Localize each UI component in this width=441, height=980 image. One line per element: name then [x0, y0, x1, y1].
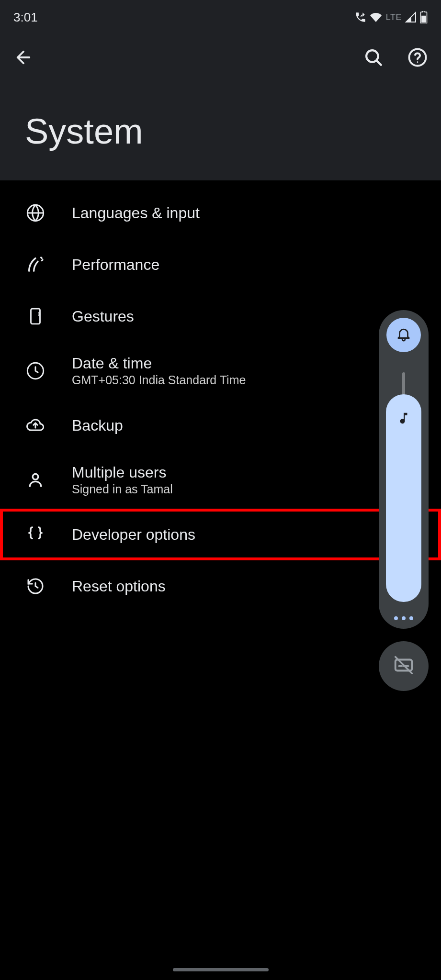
setting-developer-options[interactable]: Developer options: [0, 509, 441, 560]
status-icons-right: LTE: [354, 11, 428, 23]
cellular-signal-icon: [405, 11, 417, 23]
gestures-icon: [25, 306, 46, 327]
wifi-icon: [370, 11, 382, 23]
bell-icon: [396, 326, 412, 344]
back-button[interactable]: [13, 47, 34, 69]
live-caption-button[interactable]: [379, 641, 429, 691]
setting-title: Developer options: [72, 526, 195, 544]
setting-title: Gestures: [72, 308, 134, 325]
svg-point-7: [33, 474, 38, 480]
gesture-nav-bar[interactable]: [173, 968, 269, 971]
ringer-mode-button[interactable]: [386, 318, 421, 352]
setting-subtitle: Signed in as Tamal: [72, 482, 173, 496]
page-title: System: [0, 82, 441, 152]
setting-backup[interactable]: Backup: [0, 400, 441, 451]
setting-title: Reset options: [72, 578, 166, 595]
person-icon: [25, 469, 46, 490]
setting-title: Date & time: [72, 355, 246, 372]
help-button[interactable]: [407, 47, 428, 69]
setting-languages-input[interactable]: Languages & input: [0, 187, 441, 239]
setting-multiple-users[interactable]: Multiple users Signed in as Tamal: [0, 451, 441, 509]
clock-icon: [25, 360, 46, 381]
setting-subtitle: GMT+05:30 India Standard Time: [72, 373, 246, 387]
setting-gestures[interactable]: Gestures: [0, 290, 441, 342]
history-icon: [25, 576, 46, 597]
status-bar: 3:01 LTE: [0, 0, 441, 34]
cloud-upload-icon: [25, 415, 46, 436]
setting-title: Languages & input: [72, 204, 200, 222]
svg-point-3: [417, 61, 418, 63]
caption-off-icon: [393, 654, 415, 678]
setting-date-time[interactable]: Date & time GMT+05:30 India Standard Tim…: [0, 342, 441, 400]
search-button[interactable]: [363, 47, 384, 69]
wifi-calling-icon: [354, 11, 367, 23]
app-bar: [0, 34, 441, 82]
setting-title: Performance: [72, 256, 159, 274]
volume-panel: [379, 310, 429, 629]
app-bar-region: System: [0, 34, 441, 180]
network-type-label: LTE: [386, 12, 402, 22]
battery-icon: [420, 11, 428, 23]
status-time: 3:01: [13, 10, 38, 25]
code-braces-icon: [25, 524, 46, 545]
volume-track-empty: [402, 372, 405, 397]
setting-reset-options[interactable]: Reset options: [0, 560, 441, 612]
volume-slider[interactable]: [386, 372, 421, 602]
settings-list: Languages & input Performance Gestures D…: [0, 180, 441, 612]
svg-rect-0: [421, 16, 426, 23]
volume-more-button[interactable]: [394, 616, 413, 620]
setting-title: Backup: [72, 417, 123, 434]
setting-title: Multiple users: [72, 464, 173, 481]
svg-rect-5: [31, 309, 40, 324]
performance-icon: [25, 254, 46, 275]
music-note-icon: [396, 410, 411, 429]
volume-track-fill: [386, 394, 421, 602]
globe-icon: [25, 202, 46, 223]
setting-performance[interactable]: Performance: [0, 239, 441, 290]
